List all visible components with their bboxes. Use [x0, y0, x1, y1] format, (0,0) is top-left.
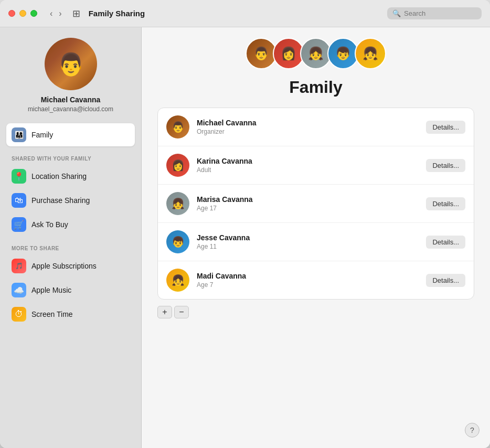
titlebar: ‹ › ⊞ Family Sharing 🔍: [0, 0, 490, 27]
sidebar-item-music[interactable]: ☁️ Apple Music: [6, 279, 135, 302]
asktobuy-icon: 🛒: [12, 217, 26, 232]
sidebar-label-location: Location Sharing: [31, 172, 87, 180]
member-avatar-3: 👦: [166, 230, 189, 253]
table-row: 👦 Jesse Cavanna Age 11 Details...: [158, 223, 474, 261]
table-row: 👨 Michael Cavanna Organizer Details...: [158, 108, 474, 146]
sidebar-label-music: Apple Music: [31, 286, 71, 294]
sidebar-item-subscriptions[interactable]: 🎵 Apple Subscriptions: [6, 254, 135, 278]
search-icon: 🔍: [392, 9, 401, 17]
main-wrapper: 👨 👩 👧 👦 👧 Family 👨 Michael Cavanna: [142, 27, 490, 448]
details-button-2[interactable]: Details...: [426, 197, 465, 210]
member-role-3: Age 11: [197, 243, 426, 250]
family-avatar-0: 👨: [246, 38, 277, 69]
user-email: michael_cavanna@icloud.com: [28, 105, 113, 113]
member-role-1: Adult: [197, 166, 426, 174]
details-button-3[interactable]: Details...: [426, 236, 465, 249]
nav-buttons: ‹ ›: [48, 8, 64, 19]
member-avatar-2: 👧: [166, 192, 189, 215]
family-avatar-4: 👧: [355, 38, 386, 69]
family-title: Family: [289, 78, 342, 97]
member-name-3: Jesse Cavanna: [197, 233, 426, 242]
member-role-0: Organizer: [197, 128, 426, 135]
table-row: 👩 Karina Cavanna Adult Details...: [158, 146, 474, 185]
add-member-button[interactable]: +: [157, 306, 172, 318]
member-info-3: Jesse Cavanna Age 11: [197, 233, 426, 250]
music-icon: ☁️: [12, 283, 26, 297]
subscriptions-icon: 🎵: [12, 259, 26, 273]
details-button-4[interactable]: Details...: [426, 274, 465, 287]
sidebar-item-location[interactable]: 📍 Location Sharing: [6, 165, 135, 188]
sidebar-label-screentime: Screen Time: [31, 310, 73, 318]
details-button-0[interactable]: Details...: [426, 121, 465, 134]
member-name-1: Karina Cavanna: [197, 157, 426, 165]
member-info-0: Michael Cavanna Organizer: [197, 119, 426, 135]
bottom-buttons: + −: [157, 306, 474, 318]
member-avatar-1: 👩: [166, 154, 189, 177]
forward-button[interactable]: ›: [57, 8, 63, 19]
family-avatar-1: 👩: [273, 38, 304, 69]
table-row: 👧 Marisa Cavanna Age 17 Details...: [158, 185, 474, 223]
maximize-button[interactable]: [30, 10, 37, 17]
section-header-more: MORE TO SHARE: [12, 246, 130, 251]
members-list: 👨 Michael Cavanna Organizer Details... 👩…: [157, 108, 474, 300]
user-profile: 👨 Michael Cavanna michael_cavanna@icloud…: [6, 38, 135, 113]
table-row: 👧 Madi Cavanna Age 7 Details...: [158, 261, 474, 299]
sidebar-label-subscriptions: Apple Subscriptions: [31, 262, 97, 270]
sidebar: 👨 Michael Cavanna michael_cavanna@icloud…: [0, 27, 142, 448]
location-icon: 📍: [12, 169, 26, 184]
screentime-icon: ⏱: [12, 307, 26, 322]
grid-button[interactable]: ⊞: [70, 7, 82, 20]
back-button[interactable]: ‹: [48, 8, 55, 19]
member-name-2: Marisa Cavanna: [197, 195, 426, 204]
member-role-2: Age 17: [197, 205, 426, 212]
search-bar[interactable]: 🔍: [387, 7, 482, 19]
member-info-1: Karina Cavanna Adult: [197, 157, 426, 174]
remove-member-button[interactable]: −: [174, 306, 189, 318]
member-info-4: Madi Cavanna Age 7: [197, 272, 426, 289]
window-title: Family Sharing: [89, 9, 381, 18]
member-name-4: Madi Cavanna: [197, 272, 426, 280]
member-name-0: Michael Cavanna: [197, 119, 426, 127]
close-button[interactable]: [8, 10, 15, 17]
family-icon: 👨‍👩‍👧: [12, 127, 26, 142]
sidebar-label-purchase: Purchase Sharing: [31, 196, 90, 205]
family-avatars-row: 👨 👩 👧 👦 👧: [246, 38, 386, 69]
content-area: 👨 Michael Cavanna michael_cavanna@icloud…: [0, 27, 490, 448]
member-role-4: Age 7: [197, 281, 426, 289]
user-name: Michael Cavanna: [41, 95, 101, 104]
sidebar-item-family[interactable]: 👨‍👩‍👧 Family: [6, 123, 135, 146]
family-avatar-3: 👦: [327, 38, 359, 69]
details-button-1[interactable]: Details...: [426, 159, 465, 172]
member-info-2: Marisa Cavanna Age 17: [197, 195, 426, 212]
search-input[interactable]: [404, 9, 472, 17]
sidebar-label-family: Family: [31, 131, 53, 139]
app-window: ‹ › ⊞ Family Sharing 🔍 👨 Michael Cavanna…: [0, 0, 490, 448]
family-avatar-2: 👧: [300, 38, 332, 69]
purchase-icon: 🛍: [12, 193, 26, 208]
section-header-shared: SHARED WITH YOUR FAMILY: [12, 156, 130, 162]
member-avatar-4: 👧: [166, 269, 189, 292]
avatar: 👨: [45, 38, 97, 90]
help-button[interactable]: ?: [465, 423, 480, 438]
member-avatar-0: 👨: [166, 115, 189, 138]
sidebar-item-asktobuy[interactable]: 🛒 Ask To Buy: [6, 213, 135, 236]
minimize-button[interactable]: [19, 10, 26, 17]
main-content: 👨 👩 👧 👦 👧 Family 👨 Michael Cavanna: [142, 27, 490, 448]
traffic-lights: [8, 10, 37, 17]
sidebar-item-purchase[interactable]: 🛍 Purchase Sharing: [6, 189, 135, 212]
sidebar-item-screentime[interactable]: ⏱ Screen Time: [6, 303, 135, 326]
sidebar-label-asktobuy: Ask To Buy: [31, 220, 68, 229]
